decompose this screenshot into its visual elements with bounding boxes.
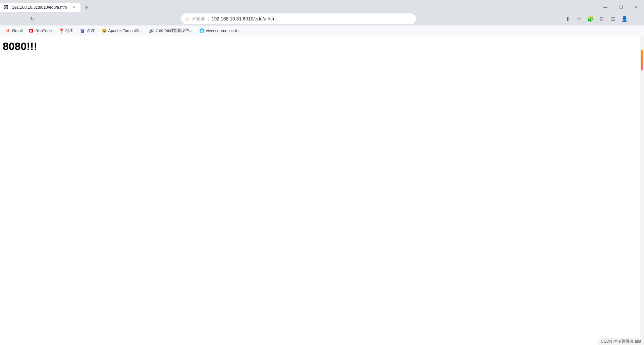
tab-strip: 🖼 192.168.10.31:8010/edu/a.htm ✕ +	[0, 3, 291, 12]
tab-title: 192.168.10.31:8010/edu/a.htm	[12, 5, 68, 10]
extensions-button[interactable]: 🧩	[585, 13, 596, 24]
bookmark-baidu[interactable]: 百 百度	[77, 26, 98, 35]
minimize-button[interactable]: —	[598, 3, 613, 12]
active-tab[interactable]: 🖼 192.168.10.31:8010/edu/a.htm ✕	[0, 3, 80, 12]
page-content: 8080!!!	[0, 36, 644, 345]
bookmark-maps[interactable]: 📍 地图	[56, 26, 76, 35]
address-bar: ← → ↻ ⚠ 不安全 | 192.168.10.31:8010/edu/a.h…	[0, 12, 644, 25]
profile-button[interactable]: 👤	[619, 13, 630, 24]
maps-favicon-icon: 📍	[59, 28, 64, 34]
browser-chrome: 🖼 192.168.10.31:8010/edu/a.htm ✕ + ⌄ — ❐…	[0, 0, 644, 36]
url-text: 192.168.10.31:8010/edu/a.html	[212, 16, 277, 21]
toolbar-right: ⬆ ☆ 🧩 ⊟ ⊟ 👤 ⋮	[562, 13, 641, 24]
menu-button[interactable]: ⋮	[631, 13, 641, 24]
split-button[interactable]: ⊟	[608, 13, 619, 24]
bookmark-chrome-sound[interactable]: 🔊 chrome浏览器没声...	[146, 26, 195, 35]
new-tab-button[interactable]: +	[82, 3, 91, 12]
collapse-button[interactable]: ⌄	[582, 3, 598, 12]
minimize-icon: —	[603, 5, 607, 10]
forward-icon: →	[17, 16, 23, 22]
back-icon: ←	[5, 16, 11, 22]
maximize-icon: ❐	[619, 5, 623, 10]
forward-button[interactable]: →	[15, 13, 25, 24]
url-divider: |	[208, 16, 209, 21]
status-bar: CSDN @清风微读 aaa	[598, 338, 644, 345]
star-icon: ☆	[577, 16, 581, 22]
bookmark-button[interactable]: ☆	[574, 13, 584, 24]
refresh-button[interactable]: ↻	[27, 13, 38, 24]
close-icon: ✕	[635, 5, 638, 10]
youtube-favicon-icon: ▶	[29, 28, 35, 34]
baidu-favicon-icon: 百	[80, 28, 86, 34]
status-text: CSDN @清风微读 aaa	[601, 339, 641, 344]
close-button[interactable]: ✕	[629, 3, 644, 12]
tab-bar: 🖼 192.168.10.31:8010/edu/a.htm ✕ + ⌄ — ❐…	[0, 0, 644, 12]
viewsource-favicon-icon: 🌐	[199, 28, 205, 34]
bookmark-tomcat[interactable]: 🐱 Apache Tomcat®...	[99, 27, 145, 35]
maximize-button[interactable]: ❐	[613, 3, 629, 12]
cast-button[interactable]: ⊟	[596, 13, 607, 24]
window-controls: ⌄ — ❐ ✕	[582, 3, 644, 12]
refresh-icon: ↻	[30, 16, 35, 22]
back-button[interactable]: ←	[3, 13, 13, 24]
omnibox-wrapper: ⚠ 不安全 | 192.168.10.31:8010/edu/a.html	[39, 13, 558, 24]
share-icon: ⬆	[566, 16, 570, 22]
bookmark-baidu-label: 百度	[87, 28, 95, 34]
bookmarks-bar: M Gmail ▶ YouTube 📍 地图 百 百度 🐱 Apache Tom…	[0, 25, 644, 36]
collapse-icon: ⌄	[588, 5, 592, 10]
tomcat-favicon-icon: 🐱	[102, 28, 107, 34]
bookmark-gmail[interactable]: M Gmail	[3, 27, 25, 35]
bookmark-youtube-label: YouTube	[36, 28, 52, 33]
bookmark-gmail-label: Gmail	[12, 28, 22, 33]
split-icon: ⊟	[611, 16, 615, 22]
bookmark-chrome-sound-label: chrome浏览器没声...	[156, 28, 193, 34]
omnibox[interactable]: ⚠ 不安全 | 192.168.10.31:8010/edu/a.html	[181, 13, 416, 24]
security-warning-icon: ⚠	[185, 16, 189, 21]
share-button[interactable]: ⬆	[562, 13, 573, 24]
chrome-favicon-icon: 🔊	[149, 28, 154, 34]
menu-icon: ⋮	[633, 16, 639, 22]
scrollbar[interactable]	[640, 36, 644, 345]
bookmark-viewsource-label: view-source:local...	[206, 28, 240, 33]
gmail-favicon-icon: M	[5, 28, 11, 34]
cast-icon: ⊟	[600, 16, 604, 21]
bookmark-tomcat-label: Apache Tomcat®...	[108, 28, 142, 33]
extensions-icon: 🧩	[587, 16, 594, 22]
bookmark-maps-label: 地图	[65, 28, 73, 34]
page-heading: 8080!!!	[3, 40, 641, 53]
tab-favicon: 🖼	[4, 5, 9, 10]
tab-close-button[interactable]: ✕	[71, 5, 76, 10]
bookmark-youtube[interactable]: ▶ YouTube	[26, 27, 54, 35]
scrollbar-thumb[interactable]	[641, 50, 643, 70]
bookmark-viewsource[interactable]: 🌐 view-source:local...	[197, 27, 243, 35]
profile-icon: 👤	[621, 16, 628, 22]
security-label: 不安全	[192, 16, 205, 22]
